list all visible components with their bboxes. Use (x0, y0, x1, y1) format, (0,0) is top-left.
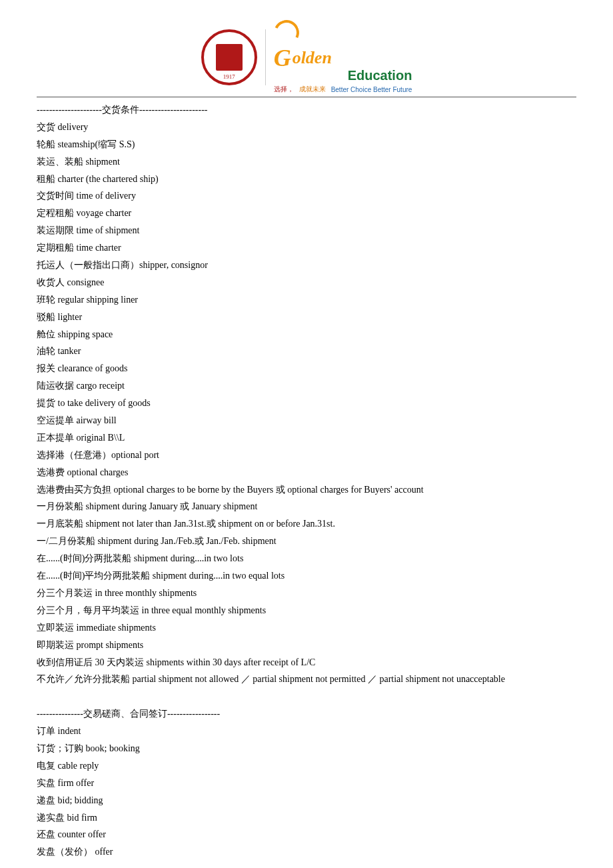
vocab-line: 电复 cable reply (37, 757, 576, 775)
tagline: 选择， 成就未来 Better Choice Better Future (274, 85, 412, 94)
brand-rest: olden (293, 48, 332, 68)
vocab-line: 选港费 optional charges (37, 464, 576, 481)
section-title: ---------------------交货条件---------------… (37, 101, 576, 119)
vocab-line: 发盘（发价） offer (37, 843, 576, 861)
university-seal-icon (201, 29, 257, 85)
vocab-line: 驳船 lighter (37, 309, 576, 326)
vocab-line: 在......(时间)平均分两批装船 shipment during....in… (37, 567, 576, 585)
brand-subtitle: Education (274, 68, 412, 83)
vocab-line: 在......(时间)分两批装船 shipment during....in t… (37, 550, 576, 567)
vocab-line: 交货时间 time of delivery (37, 187, 576, 205)
page-header: G olden Education 选择， 成就未来 Better Choice… (37, 20, 576, 94)
vocab-line: 一/二月份装船 shipment during Jan./Feb.或 Jan./… (37, 533, 576, 550)
brand-block: G olden Education 选择， 成就未来 Better Choice… (274, 20, 412, 94)
vocab-line: 舱位 shipping space (37, 326, 576, 343)
section-gap (37, 688, 576, 705)
vocab-line: 立即装运 immediate shipments (37, 619, 576, 637)
vocab-line: 还盘 counter offer (37, 826, 576, 843)
vocab-line: 实盘 firm offer (37, 775, 576, 792)
swirl-icon (270, 17, 303, 49)
vocab-line: 报关 clearance of goods (37, 360, 576, 377)
vocab-line: 装运、装船 shipment (37, 153, 576, 171)
vocab-line: 收货人 consignee (37, 274, 576, 291)
tagline-cn1: 选择， (274, 85, 294, 94)
vocab-line: 不允许／允许分批装船 partial shipment not allowed … (37, 671, 576, 688)
vocab-line: 选择港（任意港）optional port (37, 447, 576, 464)
vocab-line: 油轮 tanker (37, 343, 576, 360)
vocab-line: 陆运收据 cargo receipt (37, 377, 576, 395)
vocab-line: 定程租船 voyage charter (37, 205, 576, 222)
vocab-line: 即期装运 prompt shipments (37, 637, 576, 654)
vocab-line: 收到信用证后 30 天内装运 shipments within 30 days … (37, 654, 576, 671)
vocab-line: 一月份装船 shipment during January 或 January … (37, 498, 576, 515)
vocab-line: 班轮 regular shipping liner (37, 291, 576, 309)
vocab-line: 定期租船 time charter (37, 239, 576, 257)
vertical-divider (265, 29, 266, 85)
vocab-line: 交货 delivery (37, 119, 576, 136)
tagline-cn2: 成就未来 (299, 85, 326, 94)
document-body: ---------------------交货条件---------------… (37, 101, 576, 861)
vocab-line: 托运人（一般指出口商）shipper, consignor (37, 257, 576, 274)
vocab-line: 分三个月装运 in three monthly shipments (37, 585, 576, 602)
vocab-line: 租船 charter (the chartered ship) (37, 171, 576, 188)
vocab-line: 空运提单 airway bill (37, 412, 576, 429)
section-title: ---------------交易磋商、合同签订----------------… (37, 705, 576, 723)
vocab-line: 订货；订购 book; booking (37, 740, 576, 757)
vocab-line: 提货 to take delivery of goods (37, 395, 576, 412)
vocab-line: 选港费由买方负担 optional charges to be borne by… (37, 481, 576, 499)
brand-letter-g: G (274, 49, 291, 68)
vocab-line: 装运期限 time of shipment (37, 222, 576, 239)
tagline-en: Better Choice Better Future (331, 86, 412, 93)
header-rule (37, 97, 576, 97)
vocab-line: 递盘 bid; bidding (37, 792, 576, 809)
vocab-line: 递实盘 bid firm (37, 809, 576, 827)
vocab-line: 轮船 steamship(缩写 S.S) (37, 136, 576, 153)
vocab-line: 分三个月，每月平均装运 in three equal monthly shipm… (37, 602, 576, 619)
vocab-line: 一月底装船 shipment not later than Jan.31st.或… (37, 515, 576, 533)
vocab-line: 订单 indent (37, 723, 576, 740)
vocab-line: 正本提单 original B\\L (37, 429, 576, 447)
